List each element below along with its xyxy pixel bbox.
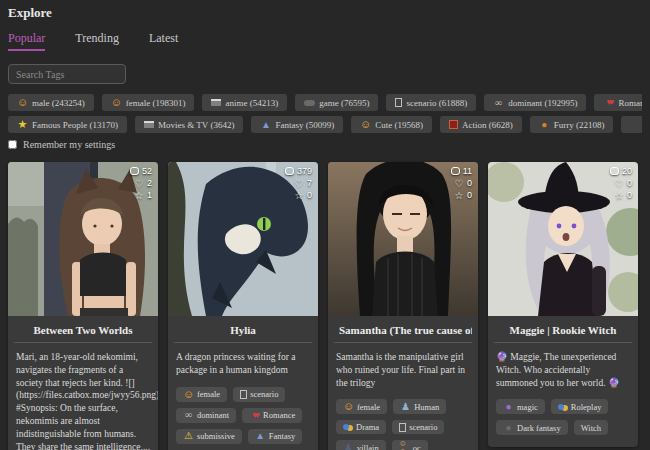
tab-popular[interactable]: Popular xyxy=(8,31,45,51)
chat-count-value: 11 xyxy=(463,166,472,176)
chat-bubble-icon xyxy=(130,167,139,175)
chat-count: 20 xyxy=(610,166,632,176)
filter-tag-fantasy[interactable]: Fantasy (50099) xyxy=(251,116,343,133)
filter-tag-female[interactable]: female (198301) xyxy=(102,94,195,111)
filter-tag-game[interactable]: game (76595) xyxy=(295,94,378,111)
card-stats: 379 7 0 xyxy=(285,166,312,200)
filter-tag-action[interactable]: Action (6628) xyxy=(440,116,522,133)
moon-icon xyxy=(503,422,514,433)
card-description: Samantha is the manipulative girl who ru… xyxy=(328,343,478,395)
smiley-icon xyxy=(183,389,194,400)
star-outline-icon xyxy=(134,190,144,200)
like-count-value: 0 xyxy=(627,178,632,188)
tab-latest[interactable]: Latest xyxy=(149,31,178,51)
card-tag-dark-fantasy[interactable]: Dark fantasy xyxy=(496,420,568,435)
card-tag-villain[interactable]: villain xyxy=(336,440,386,450)
card-tag-oc[interactable]: oc xyxy=(392,440,428,450)
card-stats: 11 0 0 xyxy=(451,166,472,200)
star-count-value: 1 xyxy=(147,190,152,200)
heart-outline-icon xyxy=(614,178,624,188)
tag-label: male (243254) xyxy=(32,98,85,108)
filter-tag-romance[interactable]: Romance (59893) xyxy=(594,94,642,111)
tag-label: anime (54213) xyxy=(225,98,278,108)
character-image: 20 0 0 xyxy=(488,162,638,316)
tag-label: Human xyxy=(414,402,439,412)
card-description: A dragon princess waiting for a package … xyxy=(168,343,318,383)
explore-page: Explore PopularTrendingLatest male (2432… xyxy=(0,0,650,450)
star-count: 0 xyxy=(454,190,472,200)
character-card[interactable]: 11 0 0 Samantha (The true cause of yo...… xyxy=(328,162,478,450)
character-card[interactable]: 379 7 0 Hylia A dragon princess waiting … xyxy=(168,162,318,450)
kids-icon xyxy=(399,442,410,450)
person-icon xyxy=(400,401,411,412)
furry-icon xyxy=(539,119,550,130)
clapper-icon xyxy=(144,121,154,128)
card-tag-submissive[interactable]: submissive xyxy=(176,429,242,444)
card-tag-list: femaleHumanDramascenariovillainocRolepla… xyxy=(328,395,478,450)
filter-tag-male[interactable]: male (243254) xyxy=(8,94,94,111)
tag-label: Romance xyxy=(263,410,295,420)
filter-tag-dominant[interactable]: dominant (192995) xyxy=(484,94,586,111)
tag-label: Fantasy xyxy=(269,431,295,441)
page-icon xyxy=(395,98,402,107)
tag-label: Drama xyxy=(356,422,379,432)
card-description: Mari, an 18-year-old nekomimi, navigates… xyxy=(8,343,158,450)
tag-label: game (76595) xyxy=(319,98,369,108)
character-card[interactable]: 20 0 0 Maggie | Rookie Witch 🔮 Maggie, T… xyxy=(488,162,638,447)
chat-count: 379 xyxy=(285,166,312,176)
more-tags-button[interactable]: .... xyxy=(621,116,642,133)
card-tag-scenario[interactable]: scenario xyxy=(392,420,444,434)
card-tag-human[interactable]: Human xyxy=(393,399,446,414)
page-icon xyxy=(240,390,247,399)
card-stats: 52 2 1 xyxy=(130,166,152,200)
like-count: 0 xyxy=(454,178,472,188)
character-card[interactable]: 52 2 1 Between Two Worlds Mari, an 18-ye… xyxy=(8,162,158,450)
card-tag-drama[interactable]: Drama xyxy=(336,420,386,434)
star-count-value: 0 xyxy=(307,190,312,200)
card-tag-female[interactable]: female xyxy=(176,387,227,402)
star-count: 0 xyxy=(614,190,632,200)
card-stats: 20 0 0 xyxy=(610,166,632,200)
remember-settings-checkbox[interactable] xyxy=(8,140,17,149)
tab-trending[interactable]: Trending xyxy=(75,31,119,51)
card-tag-dominant[interactable]: dominant xyxy=(176,408,236,423)
tag-label: Witch xyxy=(581,423,601,433)
card-tag-roleplay[interactable]: Roleplay xyxy=(551,399,609,414)
cat-icon xyxy=(360,119,371,130)
crystal-icon xyxy=(503,401,514,412)
masks-icon xyxy=(343,424,349,430)
tag-label: scenario xyxy=(409,422,437,432)
card-tag-female[interactable]: female xyxy=(336,399,387,414)
search-tags-input[interactable] xyxy=(8,64,126,84)
filter-tag-cute[interactable]: Cute (19568) xyxy=(351,116,432,133)
controller-icon xyxy=(304,100,315,106)
chat-bubble-icon xyxy=(285,167,294,175)
masks-icon xyxy=(558,404,564,410)
tag-label: scenario xyxy=(250,389,278,399)
star-count: 0 xyxy=(294,190,312,200)
tag-label: female xyxy=(197,389,220,399)
filter-tag-movies-tv[interactable]: Movies & TV (3642) xyxy=(135,116,243,133)
chat-count-value: 20 xyxy=(622,166,632,176)
tag-label: dominant (192995) xyxy=(508,98,577,108)
filter-tag-famous-people[interactable]: Famous People (13170) xyxy=(8,116,127,133)
action-icon xyxy=(449,120,458,129)
filter-tag-scenario[interactable]: scenario (61888) xyxy=(386,94,476,111)
like-count: 7 xyxy=(294,178,312,188)
warning-icon xyxy=(183,431,194,442)
tag-label: Famous People (13170) xyxy=(32,120,118,130)
tab-bar: PopularTrendingLatest xyxy=(8,31,642,51)
card-tag-fantasy[interactable]: Fantasy xyxy=(248,429,302,444)
card-tag-magic[interactable]: magic xyxy=(496,399,545,414)
card-tag-scenario[interactable]: scenario xyxy=(233,387,285,402)
star-count: 1 xyxy=(134,190,152,200)
tag-label: Furry (22108) xyxy=(554,120,605,130)
filter-tag-furry[interactable]: Furry (22108) xyxy=(530,116,614,133)
card-tag-witch[interactable]: Witch xyxy=(574,420,608,435)
tag-label: oc xyxy=(413,443,421,450)
card-tag-romance[interactable]: Romance xyxy=(242,408,302,423)
tag-label: Dark fantasy xyxy=(517,423,561,433)
remember-settings-label: Remember my settings xyxy=(23,139,115,150)
filter-tag-anime[interactable]: anime (54213) xyxy=(202,94,287,111)
tag-row-1: male (243254)female (198301)anime (54213… xyxy=(8,94,642,111)
